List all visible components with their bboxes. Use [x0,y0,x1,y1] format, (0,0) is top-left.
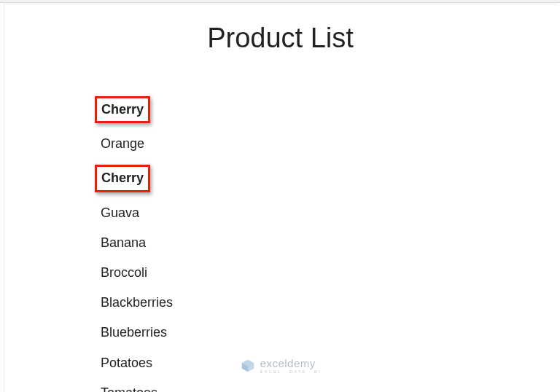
product-list: Cherry Orange Cherry Guava Banana Brocco… [98,90,527,392]
list-item: Cherry [98,90,527,129]
ribbon-edge [0,0,560,3]
watermark-tagline: EXCEL · DATA · BI [260,369,322,374]
list-item: Blackberries [98,288,527,318]
list-item: Tomatoes [98,378,527,392]
watermark-brand: exceldemy [260,358,322,369]
document-title: Product List [34,23,527,54]
list-item: Blueberries [98,318,527,348]
watermark-text: exceldemy EXCEL · DATA · BI [260,358,322,374]
highlighted-match: Cherry [95,96,150,123]
watermark: exceldemy EXCEL · DATA · BI [240,358,322,374]
list-item: Guava [98,198,527,228]
list-item: Cherry [98,159,527,197]
exceldemy-logo-icon [240,358,256,374]
highlighted-match: Cherry [95,165,150,192]
list-item: Banana [98,228,527,258]
list-item: Orange [98,129,527,159]
document-canvas: Product List Cherry Orange Cherry Guava … [4,4,556,392]
list-item: Broccoli [98,258,527,288]
